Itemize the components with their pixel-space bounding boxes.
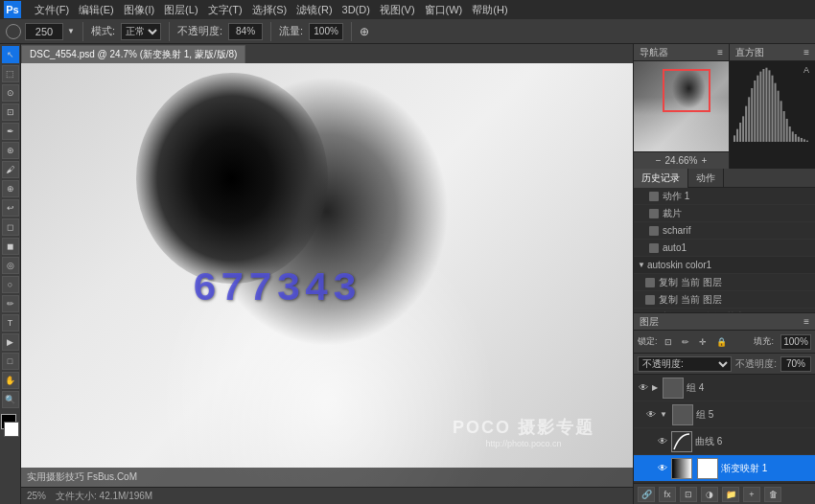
crop-tool[interactable]: ⊡ — [2, 103, 19, 121]
menu-3d[interactable]: 3D(D) — [342, 4, 370, 15]
history-panel: 历史记录 动作 动作 1 裁片 scharif auto1 — [634, 169, 815, 312]
lock-pixels-btn[interactable]: ✏ — [679, 336, 692, 348]
history-item-label: 复制 当前 图层 — [659, 293, 722, 307]
shape-tool[interactable]: □ — [2, 353, 19, 370]
right-panels: 导航器 ≡ − 24.66% + 直方图 ≡ — [633, 44, 815, 504]
navigator-title: 导航器 — [640, 46, 668, 59]
canvas-content[interactable]: 677343 POCO 摄影专题 http://photo.poco.cn 实用… — [21, 63, 633, 487]
fill-input[interactable]: 100% — [780, 334, 811, 350]
layer-name: 渐变映射 1 — [721, 462, 811, 475]
gradient-tool[interactable]: ◼ — [2, 238, 19, 255]
zoom-out-icon[interactable]: − — [656, 155, 662, 166]
layers-panel: 图层 ≡ 锁定: ⊡ ✏ ✛ 🔒 填充: 100% 不透明度: 不透明度: 70… — [634, 312, 815, 504]
history-group-autoskin[interactable]: ▼ autoskin color1 — [634, 257, 815, 274]
history-item-crop[interactable]: 裁片 — [634, 205, 815, 222]
lock-transparent-btn[interactable]: ⊡ — [662, 336, 675, 348]
menu-filter[interactable]: 滤镜(R) — [296, 3, 332, 17]
history-icon — [649, 209, 659, 218]
clone-stamp-tool[interactable]: ⊕ — [2, 180, 19, 197]
layer-gradientmap1[interactable]: 👁 渐变映射 1 — [634, 455, 815, 482]
menu-image[interactable]: 图像(I) — [124, 3, 154, 17]
lasso-tool[interactable]: ⊙ — [2, 84, 19, 102]
add-style-btn[interactable]: fx — [659, 487, 676, 502]
history-item-action1[interactable]: 动作 1 — [634, 188, 815, 205]
new-layer-btn[interactable]: + — [743, 487, 760, 502]
lock-all-btn[interactable]: 🔒 — [713, 336, 730, 348]
menu-select[interactable]: 选择(S) — [252, 3, 288, 17]
navigator-menu-icon[interactable]: ≡ — [717, 47, 723, 57]
svg-rect-6 — [751, 88, 753, 142]
navigator-viewport-box[interactable] — [663, 69, 710, 112]
selection-tool[interactable]: ⬚ — [2, 65, 19, 82]
link-layers-btn[interactable]: 🔗 — [638, 487, 655, 502]
menu-edit[interactable]: 编辑(E) — [79, 3, 114, 17]
blend-mode-select[interactable]: 不透明度: — [638, 356, 732, 372]
layers-menu-icon[interactable]: ≡ — [803, 316, 809, 327]
layer-visibility-icon[interactable]: 👁 — [657, 436, 668, 447]
svg-rect-0 — [734, 135, 735, 142]
airbrush-icon[interactable]: ⊕ — [360, 25, 369, 38]
navigator-header: 导航器 ≡ — [634, 44, 729, 61]
brush-preview — [6, 24, 21, 39]
history-item-copy1[interactable]: 复制 当前 图层 — [634, 274, 815, 291]
healing-brush-tool[interactable]: ⊛ — [2, 142, 19, 159]
mode-label: 模式: — [91, 24, 115, 38]
flow-input[interactable]: 100% — [309, 23, 343, 40]
layer-group4[interactable]: 👁 ▶ 组 4 — [634, 375, 815, 401]
eyedropper-tool[interactable]: ✒ — [2, 123, 19, 140]
type-tool[interactable]: T — [2, 314, 19, 332]
history-item-label: auto1 — [663, 242, 687, 253]
delete-layer-btn[interactable]: 🗑 — [764, 487, 781, 502]
brush-tool[interactable]: 🖌 — [2, 161, 19, 178]
layers-toolbar: 锁定: ⊡ ✏ ✛ 🔒 填充: 100% — [634, 331, 815, 354]
menu-view[interactable]: 视图(V) — [380, 3, 415, 17]
watermark-brand: POCO 摄影专题 http://photo.poco.cn — [453, 416, 594, 448]
histogram-chart — [734, 65, 811, 142]
new-adjustment-btn[interactable]: ◑ — [701, 487, 718, 502]
menu-window[interactable]: 窗口(W) — [425, 3, 463, 17]
history-brush-tool[interactable]: ↩ — [2, 199, 19, 217]
menu-help[interactable]: 帮助(H) — [472, 3, 507, 17]
svg-rect-21 — [795, 134, 797, 142]
blur-tool[interactable]: ◎ — [2, 257, 19, 274]
canvas-tab-active[interactable]: DSC_4554.psd @ 24.7% (新变换射 1, 蒙版/版/8) — [21, 45, 245, 63]
background-color[interactable] — [4, 422, 19, 437]
navigator-content[interactable] — [634, 61, 729, 151]
brush-size-dropdown-icon[interactable]: ▼ — [67, 27, 75, 35]
history-item-scharif[interactable]: scharif — [634, 222, 815, 240]
dodge-tool[interactable]: ○ — [2, 276, 19, 293]
layer-curves6[interactable]: 👁 曲线 6 — [634, 428, 815, 455]
path-selection-tool[interactable]: ▶ — [2, 333, 19, 351]
history-icon — [649, 226, 659, 236]
add-mask-btn[interactable]: ⊡ — [680, 487, 697, 502]
tab-history[interactable]: 历史记录 — [634, 169, 688, 188]
layer-visibility-icon[interactable]: 👁 — [657, 463, 668, 474]
eraser-tool[interactable]: ◻ — [2, 218, 19, 236]
mode-select[interactable]: 正常 — [121, 23, 161, 40]
watermark-brand-name: POCO 摄影专题 — [453, 416, 594, 439]
menu-file[interactable]: 文件(F) — [35, 3, 69, 17]
opacity-input[interactable]: 84% — [228, 23, 263, 40]
menu-type[interactable]: 文字(T) — [208, 3, 243, 17]
top-panels: 导航器 ≡ − 24.66% + 直方图 ≡ — [634, 44, 815, 169]
zoom-tool[interactable]: 🔍 — [2, 391, 19, 408]
histogram-menu-icon[interactable]: ≡ — [803, 47, 809, 57]
history-item-auto1[interactable]: auto1 — [634, 240, 815, 257]
layer-group5[interactable]: 👁 ▼ 组 5 — [634, 401, 815, 428]
move-tool[interactable]: ↖ — [2, 46, 19, 63]
layer-visibility-icon[interactable]: 👁 — [638, 382, 649, 394]
brush-size-input[interactable]: 250 — [25, 23, 63, 40]
hand-tool[interactable]: ✋ — [2, 372, 19, 389]
menu-layer[interactable]: 图层(L) — [164, 3, 198, 17]
new-group-btn[interactable]: 📁 — [722, 487, 739, 502]
layers-title: 图层 — [640, 315, 659, 329]
layer-visibility-icon[interactable]: 👁 — [645, 409, 657, 421]
doc-size: 文件大小: 42.1M/196M — [56, 490, 152, 503]
lock-position-btn[interactable]: ✛ — [696, 336, 710, 348]
opacity-layers-input[interactable]: 70% — [780, 356, 811, 372]
tab-actions[interactable]: 动作 — [688, 169, 724, 188]
history-item-copy2[interactable]: 复制 当前 图层 — [634, 291, 815, 309]
zoom-in-icon[interactable]: + — [701, 155, 707, 166]
pen-tool[interactable]: ✏ — [2, 295, 19, 312]
histogram-title: 直方图 — [735, 46, 764, 59]
